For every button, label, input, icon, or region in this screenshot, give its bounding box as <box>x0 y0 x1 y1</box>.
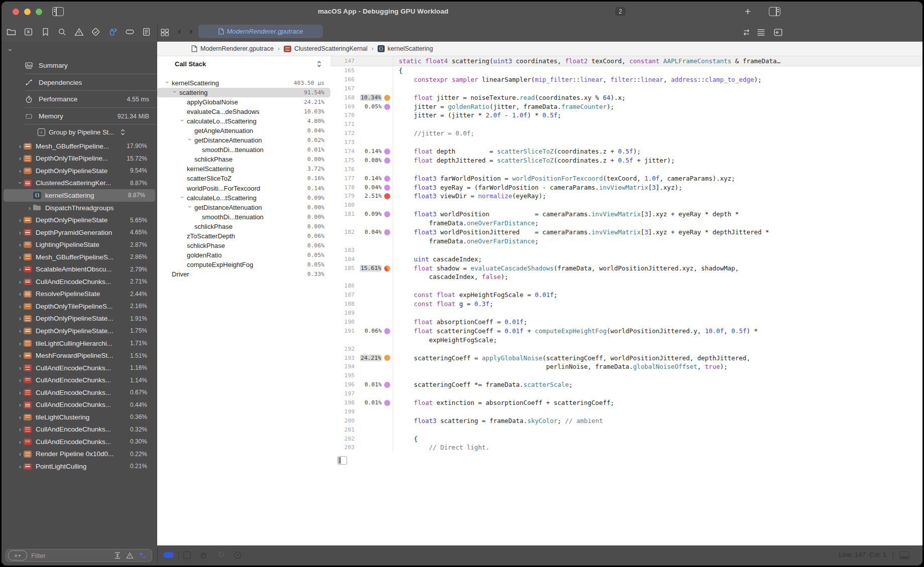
code-line[interactable]: 167 <box>330 84 922 93</box>
sidebar-item-performance[interactable]: Performance 4.55 ms <box>2 91 157 108</box>
code-line[interactable]: 1980.01% float extinction = absorptionCo… <box>330 398 922 407</box>
sidebar-item-memory[interactable]: Memory 921.34 MiB <box>2 108 157 125</box>
disclosure-chevron[interactable]: › <box>179 117 186 123</box>
call-stack-row[interactable]: schlickPhase0.00% <box>157 155 330 164</box>
call-stack-row[interactable]: worldPositi...ForTexcoord0.14% <box>157 184 330 193</box>
call-stack-row[interactable]: schlickPhase0.00% <box>157 222 330 231</box>
collapse-rows-icon[interactable] <box>114 552 121 559</box>
sidebar-pipeline-row[interactable]: ›Mesh_GBufferPipeline...17.90% <box>2 140 157 153</box>
call-stack-row[interactable]: computeExpHeightFog0.05% <box>157 260 330 269</box>
code-line[interactable]: 165{ <box>330 66 922 75</box>
code-line[interactable]: 147static float4 scattering(uint3 coordi… <box>330 56 922 66</box>
sidebar-item-dependencies[interactable]: Dependencies <box>2 74 157 91</box>
sidebar-pipeline-row[interactable]: ›DepthOnlyPipelineState9.54% <box>2 165 157 177</box>
stop-button[interactable] <box>183 551 191 559</box>
code-line[interactable]: 1690.05% jitter = goldenRatio(jitter, fr… <box>330 102 922 111</box>
back-button[interactable]: ‹ <box>178 26 181 37</box>
code-line[interactable]: 1792.51% float3 viewDir = normalize(eyeR… <box>330 192 922 201</box>
disclosure-chevron[interactable]: › <box>17 303 24 310</box>
code-line[interactable]: 199 <box>330 407 922 416</box>
sidebar-pipeline-row[interactable]: ›ScalableAmbientObscu...2.79% <box>2 263 157 275</box>
sidebar-pipeline-row[interactable]: ›Mesh_GBufferPipelineS...2.86% <box>2 251 157 263</box>
disclosure-chevron[interactable]: › <box>179 194 186 200</box>
code-line[interactable]: frameData.oneOverFarDistance; <box>330 219 922 228</box>
disclosure-chevron[interactable]: › <box>186 204 193 210</box>
disclosure-chevron[interactable]: › <box>17 352 24 359</box>
disclosure-chevron[interactable]: › <box>17 253 24 261</box>
sidebar-pipeline-row[interactable]: ›DepthOnlyPipelineState5.65% <box>2 214 157 226</box>
disclosure-chevron[interactable]: › <box>17 438 24 446</box>
sidebar-pipeline-row[interactable]: ›CullAndEncodeChunks...1.14% <box>2 374 157 386</box>
disclosure-chevron[interactable]: › <box>17 265 24 273</box>
sidebar-pipeline-row[interactable]: ›ResolvePipelineState2.44% <box>2 288 157 301</box>
breadcrumb[interactable]: ModernRenderer.gputrace › ClusteredScatt… <box>157 42 922 56</box>
call-stack-row[interactable]: ›getDistanceAttenuation0.00% <box>157 203 330 212</box>
code-line[interactable]: 1960.01% scatteringCoeff *= frameData.sc… <box>330 380 922 389</box>
sidebar-pipeline-row[interactable]: ›DispatchThreadgroups <box>2 202 157 214</box>
minimize-window-button[interactable] <box>24 9 31 15</box>
search-icon[interactable] <box>57 28 67 36</box>
code-line[interactable]: 170 jitter = (jitter * 2.0f - 1.0f) * 0.… <box>330 111 922 120</box>
code-line[interactable]: expHeightFogScale; <box>330 336 922 345</box>
code-line[interactable]: 203 // Direct light. <box>330 443 922 452</box>
disclosure-chevron[interactable]: › <box>17 290 24 298</box>
filter-options-icon[interactable]: ≡▾ <box>8 550 27 560</box>
sidebar-pipeline-row[interactable]: ›tileLightCullingHierarchi...1.71% <box>2 337 157 350</box>
disclosure-chevron[interactable]: › <box>17 229 24 236</box>
sidebar-pipeline-row[interactable]: ›CullAndEncodeChunks...0.44% <box>2 398 157 411</box>
folder-icon[interactable] <box>7 28 16 36</box>
group-by-dropdown[interactable]: › Group by Pipeline St... <box>2 125 157 139</box>
sidebar-pipeline-row[interactable]: ›DepthOnlyPipelineState...1.75% <box>2 325 157 337</box>
code-line[interactable]: 189 <box>330 309 922 318</box>
sidebar-pipeline-row[interactable]: ›CullAndEncodeChunks...1.16% <box>2 362 157 374</box>
tab-modernrenderer-gputrace[interactable]: ModernRenderer.gputrace <box>198 25 323 38</box>
code-line[interactable]: 194 perlinNoise, frameData.globalNoiseOf… <box>330 362 922 371</box>
call-stack-row[interactable]: smoothDi...ttenuation0.00% <box>157 212 330 222</box>
close-window-button[interactable] <box>13 9 19 15</box>
code-line[interactable]: 184 uint cascadeIndex; <box>330 255 922 264</box>
sidebar-pipeline-row[interactable]: {}kernelScattering8.87% <box>4 189 155 202</box>
disclosure-chevron[interactable]: › <box>17 315 24 322</box>
disclosure-chevron[interactable]: › <box>17 463 24 470</box>
sidebar-pipeline-row[interactable]: ›DepthPyramidGeneration4.65% <box>2 226 157 239</box>
sidebar-pipeline-row[interactable]: ›DepthOnlyTilePipeline...15.72% <box>2 153 157 165</box>
disclosure-chevron[interactable]: › <box>17 143 24 150</box>
code-line[interactable]: 176 <box>330 165 922 174</box>
code-line[interactable]: 201 <box>330 426 922 435</box>
code-line[interactable]: 200 float3 scattering = frameData.skyCol… <box>330 416 922 426</box>
code-line[interactable]: 202 { <box>330 435 922 444</box>
code-line[interactable]: cascadeIndex, false); <box>330 272 922 281</box>
disclosure-chevron[interactable]: › <box>17 241 24 248</box>
filter-input[interactable]: ≡▾ Filter <box>6 549 152 562</box>
disclosure-chevron[interactable]: › <box>17 155 24 162</box>
sidebar-pipeline-row[interactable]: ›PointLightCulling0.21% <box>2 460 157 473</box>
title-bar[interactable]: macOS App - Debugging GPU Workload 2 + <box>2 2 922 23</box>
code-line[interactable]: 192 <box>330 345 922 354</box>
code-line[interactable]: 187 const float expHeightFogScale = 0.01… <box>330 291 922 300</box>
sidebar-pipeline-row[interactable]: ›DepthOnlyPipelineState...1.91% <box>2 313 157 325</box>
disclosure-chevron[interactable]: › <box>17 426 24 433</box>
disclosure-chevron[interactable]: › <box>17 389 24 396</box>
verify-diamond-icon[interactable] <box>91 28 100 36</box>
code-line[interactable]: 19324.21% scatteringCoeff = applyGlobalN… <box>330 354 922 363</box>
sidebar-pipeline-row[interactable]: ›CullAndEncodeChunks...0.67% <box>2 386 157 399</box>
toggle-right-sidebar-icon[interactable] <box>769 7 780 16</box>
sidebar-pipeline-row[interactable]: ›CullAndEncodeChunks...0.30% <box>2 436 157 448</box>
disclosure-chevron[interactable]: › <box>17 401 24 408</box>
close-square-icon[interactable] <box>24 28 33 36</box>
text-lines-icon[interactable] <box>756 28 766 37</box>
list-document-icon[interactable] <box>142 28 151 36</box>
sidebar-pipeline-row[interactable]: ›Render Pipeline 0x10d0...0.22% <box>2 448 157 461</box>
code-line[interactable]: frameData.oneOverFarDistance; <box>330 237 922 246</box>
code-line[interactable]: 1740.14% float depth = scatterSliceToZ(c… <box>330 147 922 156</box>
disclosure-chevron[interactable]: › <box>17 376 24 384</box>
swap-arrows-icon[interactable] <box>742 28 751 37</box>
sidebar-pipeline-row[interactable]: ›CullAndEncodeChunks...2.71% <box>2 275 157 288</box>
code-line[interactable]: 16810.34% float jitter = noiseTexture.re… <box>330 93 922 102</box>
code-line[interactable]: 18515.61% float shadow = evaluateCascade… <box>330 264 922 273</box>
disclosure-chevron[interactable]: › <box>17 216 24 224</box>
code-line[interactable]: 166 constexpr sampler linearSampler(mip_… <box>330 75 922 84</box>
bookmark-icon[interactable] <box>41 28 50 36</box>
gutter-toggle-icon[interactable] <box>337 456 347 465</box>
call-stack-row[interactable]: goldenRatio0.05% <box>157 250 330 260</box>
